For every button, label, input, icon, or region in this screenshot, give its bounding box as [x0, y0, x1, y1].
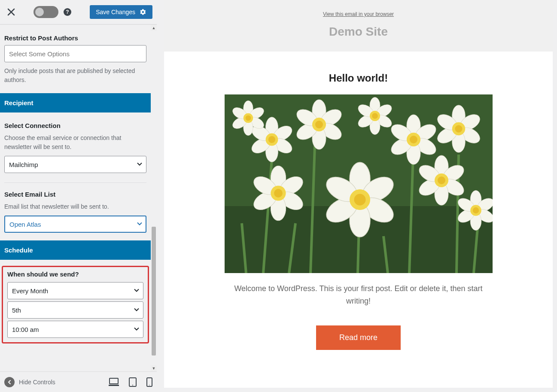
email-body: Hello world!: [164, 52, 553, 388]
schedule-heading: When should we send?: [6, 270, 145, 282]
restrict-authors-input[interactable]: [4, 45, 146, 62]
schedule-panel-header[interactable]: Schedule: [0, 240, 151, 260]
toggle-knob: [35, 8, 44, 16]
sidebar-bottombar: Hide Controls: [0, 371, 157, 392]
restrict-heading: Restrict to Post Authors: [0, 25, 151, 45]
schedule-frequency-select[interactable]: Every Month: [7, 282, 143, 299]
preview-inner: View this email in your browser Demo Sit…: [164, 0, 553, 388]
email-list-heading: Select Email List: [0, 183, 151, 201]
email-list-hint: Email list that newsletter will be sent …: [0, 201, 151, 216]
post-title: Hello world!: [329, 72, 388, 94]
publish-toggle[interactable]: [33, 6, 58, 18]
email-preview: View this email in your browser Demo Sit…: [164, 0, 553, 388]
hide-controls-label[interactable]: Hide Controls: [19, 379, 55, 386]
sidebar-scroll-area: ▲ Restrict to Post Authors Only include …: [0, 24, 157, 371]
site-title: Demo Site: [329, 25, 388, 52]
schedule-highlight: When should we send? Every Month 5th: [2, 266, 149, 343]
connection-heading: Select Connection: [0, 112, 151, 133]
scroll-down-icon[interactable]: ▼: [151, 365, 157, 371]
save-button[interactable]: Save Changes: [90, 5, 152, 19]
customizer-sidebar: ? Save Changes ▲ Restrict to Post Author…: [0, 0, 157, 371]
read-more-button[interactable]: Read more: [316, 325, 401, 350]
email-list-select[interactable]: Open Atlas: [4, 216, 146, 233]
scrollbar-thumb[interactable]: [152, 227, 156, 356]
sidebar-topbar: ? Save Changes: [0, 0, 157, 24]
post-featured-image: [225, 94, 493, 273]
connection-select[interactable]: Mailchimp: [4, 156, 146, 173]
gear-icon: [140, 9, 146, 15]
help-icon[interactable]: ?: [64, 8, 71, 16]
desktop-icon[interactable]: [109, 377, 119, 387]
svg-rect-1: [109, 385, 119, 386]
recipient-panel-header[interactable]: Recipient: [0, 93, 151, 112]
svg-point-3: [132, 385, 133, 386]
restrict-hint: Only include posts that are published by…: [0, 66, 151, 89]
save-button-label: Save Changes: [96, 9, 135, 15]
mobile-icon[interactable]: [146, 377, 152, 387]
svg-rect-0: [110, 378, 118, 384]
tablet-icon[interactable]: [128, 377, 137, 387]
schedule-time-select[interactable]: 10:00 am: [7, 321, 143, 338]
device-switcher: [109, 377, 152, 387]
collapse-controls-icon[interactable]: [4, 377, 15, 387]
svg-point-5: [149, 385, 150, 386]
close-icon[interactable]: [6, 7, 16, 17]
connection-hint: Choose the email service or connection t…: [0, 133, 151, 156]
post-excerpt: Welcome to WordPress. This is your first…: [225, 273, 493, 307]
view-browser-link[interactable]: View this email in your browser: [323, 0, 394, 25]
scroll-up-icon[interactable]: ▲: [151, 25, 157, 31]
schedule-day-select[interactable]: 5th: [7, 301, 143, 319]
